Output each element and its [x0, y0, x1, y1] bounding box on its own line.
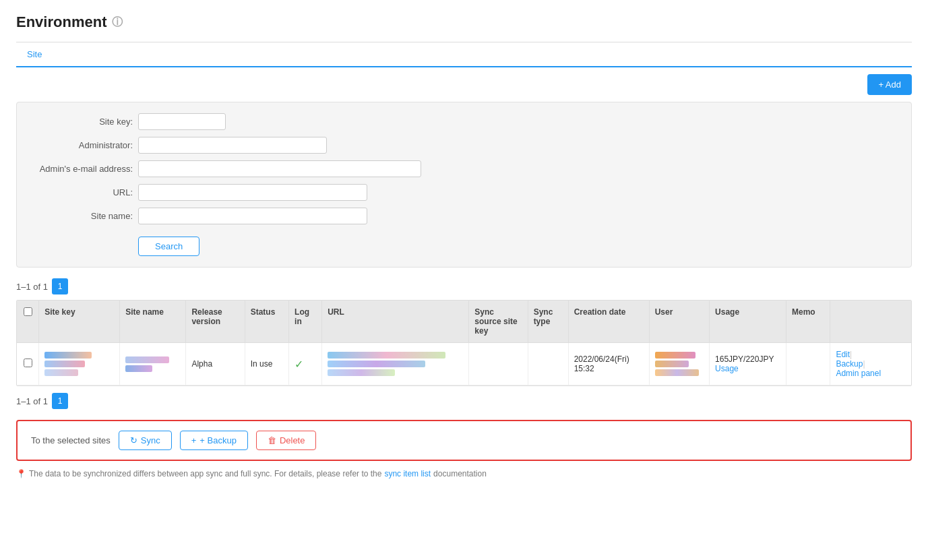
help-icon[interactable]: ⓘ — [112, 15, 123, 30]
login-check-icon: ✓ — [295, 359, 303, 370]
url-pixelated — [328, 352, 463, 376]
tab-bar: Site — [16, 42, 912, 67]
admin-email-row: Admin's e-mail address: — [30, 160, 898, 177]
site-key-input[interactable] — [138, 113, 226, 130]
header-url: URL — [322, 301, 469, 343]
admin-email-input[interactable] — [138, 160, 421, 177]
site-name-row: Site name: — [30, 208, 898, 224]
sync-label: Sync — [141, 435, 160, 445]
page-1-button[interactable]: 1 — [52, 278, 68, 294]
header-site-name: Site name — [120, 301, 186, 343]
to-selected-label: To the selected sites — [31, 435, 111, 445]
sync-icon: ↻ — [130, 435, 137, 445]
url-input[interactable] — [138, 184, 367, 201]
header-release-version: Release version — [186, 301, 245, 343]
row-url — [322, 343, 469, 385]
delete-icon: 🗑 — [268, 435, 276, 445]
site-key-row: Site key: — [30, 113, 898, 130]
bottom-actions-panel: To the selected sites ↻ Sync + + Backup … — [16, 420, 912, 461]
footer-text-after: documentation — [433, 469, 487, 478]
row-sync-source-site-key — [469, 343, 528, 385]
pagination-bottom: 1–1 of 1 1 — [16, 393, 912, 409]
row-user — [649, 343, 709, 385]
admin-email-label: Admin's e-mail address: — [30, 164, 138, 174]
row-checkbox-cell — [17, 343, 39, 385]
site-name-input[interactable] — [138, 208, 367, 224]
footer-note: 📍 The data to be synchronized differs be… — [16, 469, 912, 478]
administrator-row: Administrator: — [30, 137, 898, 154]
page-title: Environment — [16, 13, 106, 31]
row-usage: 165JPY/220JPY Usage — [710, 343, 786, 385]
site-name-label: Site name: — [30, 211, 138, 221]
header-log-in: Log in — [289, 301, 322, 343]
site-key-pixelated — [44, 352, 114, 376]
tab-site[interactable]: Site — [16, 42, 53, 67]
site-name-pixelated — [125, 356, 180, 372]
toolbar: + Add — [16, 67, 912, 102]
row-creation-date: 2022/06/24(Fri)15:32 — [568, 343, 649, 385]
site-key-label: Site key: — [30, 117, 138, 127]
backup-label: + Backup — [199, 435, 237, 445]
backup-button[interactable]: + + Backup — [180, 431, 248, 450]
header-actions — [830, 301, 911, 343]
row-sync-type — [528, 343, 568, 385]
row-site-name — [120, 343, 186, 385]
header-sync-source-site-key: Sync source site key — [469, 301, 528, 343]
pagination-top: 1–1 of 1 1 — [16, 278, 912, 294]
header-checkbox-col — [17, 301, 39, 343]
search-panel: Site key: Administrator: Admin's e-mail … — [16, 102, 912, 268]
page-1-button-bottom[interactable]: 1 — [52, 393, 68, 409]
usage-amount: 165JPY/220JPY — [715, 354, 780, 364]
pagination-summary-bottom: 1–1 of 1 — [16, 396, 48, 406]
delete-label: Delete — [280, 435, 305, 445]
table-header-row: Site key Site name Release version Statu… — [17, 301, 911, 343]
data-table: Site key Site name Release version Statu… — [16, 300, 912, 386]
row-memo — [786, 343, 830, 385]
administrator-label: Administrator: — [30, 140, 138, 150]
header-creation-date: Creation date — [568, 301, 649, 343]
admin-panel-link[interactable]: Admin panel — [836, 369, 881, 378]
usage-link[interactable]: Usage — [715, 364, 739, 373]
url-label: URL: — [30, 187, 138, 197]
header-user: User — [649, 301, 709, 343]
header-status: Status — [245, 301, 288, 343]
footer-text-before: The data to be synchronized differs betw… — [29, 469, 381, 478]
pagination-summary: 1–1 of 1 — [16, 282, 48, 292]
header-memo: Memo — [786, 301, 830, 343]
row-login: ✓ — [289, 343, 322, 385]
row-actions: Edit| Backup| Admin panel — [830, 343, 911, 385]
backup-link[interactable]: Backup — [836, 359, 863, 369]
sync-button[interactable]: ↻ Sync — [119, 431, 172, 450]
row-site-key — [39, 343, 120, 385]
header-usage: Usage — [710, 301, 786, 343]
row-checkbox[interactable] — [24, 359, 32, 367]
header-sync-type: Sync type — [528, 301, 568, 343]
search-button[interactable]: Search — [138, 237, 199, 256]
add-button[interactable]: + Add — [867, 74, 912, 95]
status-badge: In use — [251, 359, 273, 369]
select-all-checkbox[interactable] — [24, 307, 32, 316]
creation-date-text: 2022/06/24(Fri)15:32 — [574, 354, 629, 373]
pin-icon: 📍 — [16, 469, 26, 478]
backup-icon: + — [191, 435, 197, 445]
delete-button[interactable]: 🗑 Delete — [256, 431, 317, 450]
row-status: In use — [245, 343, 288, 385]
row-release-version: Alpha — [186, 343, 245, 385]
user-pixelated — [655, 352, 704, 376]
header-site-key: Site key — [39, 301, 120, 343]
edit-link[interactable]: Edit — [836, 350, 850, 359]
administrator-input[interactable] — [138, 137, 327, 154]
sync-item-list-link[interactable]: sync item list — [384, 469, 431, 478]
table-row: Alpha In use ✓ — [17, 343, 911, 385]
url-row: URL: — [30, 184, 898, 201]
